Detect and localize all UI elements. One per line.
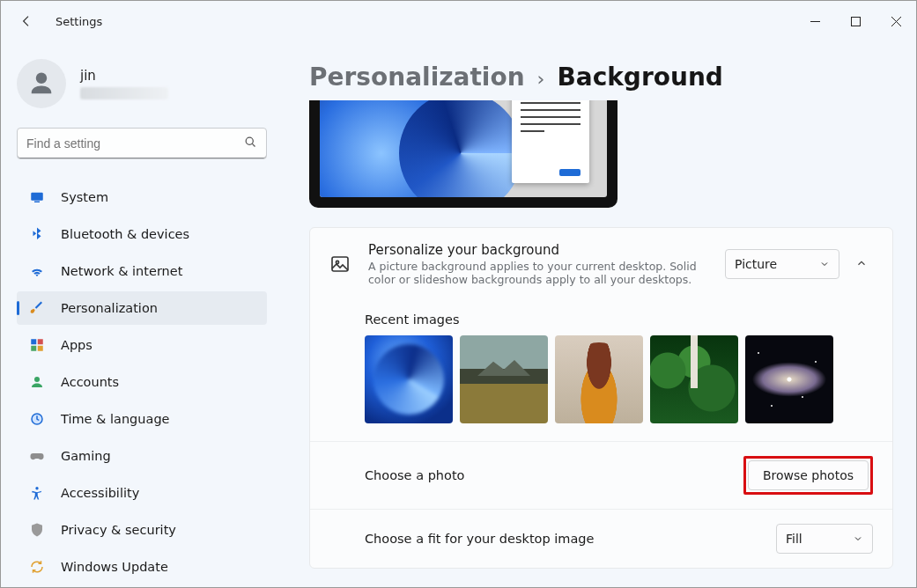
highlight-annotation: Browse photos [743,456,873,495]
nav-item-bluetooth[interactable]: Bluetooth & devices [17,217,267,251]
choose-fit-row: Choose a fit for your desktop image Fill [310,510,892,568]
person-icon [27,372,47,392]
recent-images-section: Recent images [310,300,892,441]
profile-block[interactable]: jin [17,59,267,108]
nav-item-windows-update[interactable]: Windows Update [17,550,267,584]
breadcrumb: Personalization › Background [309,62,893,92]
nav-item-apps[interactable]: Apps [17,328,267,362]
nav-item-system[interactable]: System [17,180,267,214]
sidebar: jin System Bluetooth & devices Network &… [1,41,283,587]
choose-fit-label: Choose a fit for your desktop image [365,532,594,546]
close-button[interactable] [876,7,916,35]
recent-image-thumb[interactable] [365,335,453,423]
fit-select[interactable]: Fill [776,524,873,554]
svg-rect-1 [851,17,860,26]
background-type-select[interactable]: Picture [725,249,839,279]
choose-photo-row: Choose a photo Browse photos [310,442,892,509]
desktop-preview [309,100,617,208]
chevron-right-icon: › [537,68,545,90]
personalize-background-card: Personalize your background A picture ba… [309,227,893,569]
svg-point-2 [246,137,253,144]
nav-item-accessibility[interactable]: Accessibility [17,476,267,510]
apps-icon [27,335,47,355]
nav-item-gaming[interactable]: Gaming [17,439,267,473]
svg-rect-5 [31,339,36,344]
gamepad-icon [27,446,47,466]
image-icon [329,254,351,275]
window-mockup [512,100,589,183]
choose-photo-label: Choose a photo [365,468,464,482]
svg-rect-8 [38,346,43,351]
search-icon [244,136,257,152]
avatar [17,59,66,108]
paintbrush-icon [27,298,47,318]
recent-image-thumb[interactable] [650,335,738,423]
page-title: Background [557,62,722,92]
window-title: Settings [55,15,102,28]
clock-globe-icon [27,409,47,429]
related-settings-heading: Related settings [309,586,893,587]
search-input[interactable] [26,136,257,151]
svg-rect-7 [31,346,36,351]
card-title: Personalize your background [368,242,725,258]
svg-rect-0 [810,21,820,22]
profile-name: jin [80,68,168,84]
nav-item-privacy[interactable]: Privacy & security [17,513,267,547]
title-bar: Settings [1,1,916,41]
nav-list: System Bluetooth & devices Network & int… [17,180,267,587]
chevron-down-icon [853,533,863,544]
breadcrumb-parent[interactable]: Personalization [309,62,525,92]
bluetooth-icon [27,224,47,244]
search-box[interactable] [17,128,267,159]
nav-item-accounts[interactable]: Accounts [17,365,267,399]
shield-icon [27,520,47,540]
card-subtitle: A picture background applies to your cur… [368,260,725,286]
accessibility-icon [27,483,47,503]
svg-rect-4 [34,202,40,203]
chevron-down-icon [819,259,830,269]
maximize-button[interactable] [835,7,876,35]
browse-photos-button[interactable]: Browse photos [748,460,869,490]
back-button[interactable] [13,8,40,34]
nav-item-personalization[interactable]: Personalization [17,291,267,325]
content-area: Personalization › Background [283,41,916,587]
recent-images-title: Recent images [365,312,873,327]
display-icon [27,187,47,207]
svg-point-9 [34,377,40,382]
recent-image-thumb[interactable] [745,335,833,423]
chevron-up-icon [855,257,868,269]
wifi-icon [27,261,47,281]
svg-point-11 [35,487,38,489]
svg-rect-3 [31,193,43,201]
nav-item-time-language[interactable]: Time & language [17,402,267,436]
window-controls [795,7,916,35]
recent-image-thumb[interactable] [460,335,548,423]
expand-toggle[interactable] [855,256,873,273]
recent-image-thumb[interactable] [555,335,643,423]
svg-rect-12 [332,257,348,271]
nav-item-network[interactable]: Network & internet [17,254,267,288]
update-icon [27,557,47,577]
svg-rect-6 [38,339,43,344]
profile-email-blurred [80,87,168,99]
minimize-button[interactable] [795,7,835,35]
